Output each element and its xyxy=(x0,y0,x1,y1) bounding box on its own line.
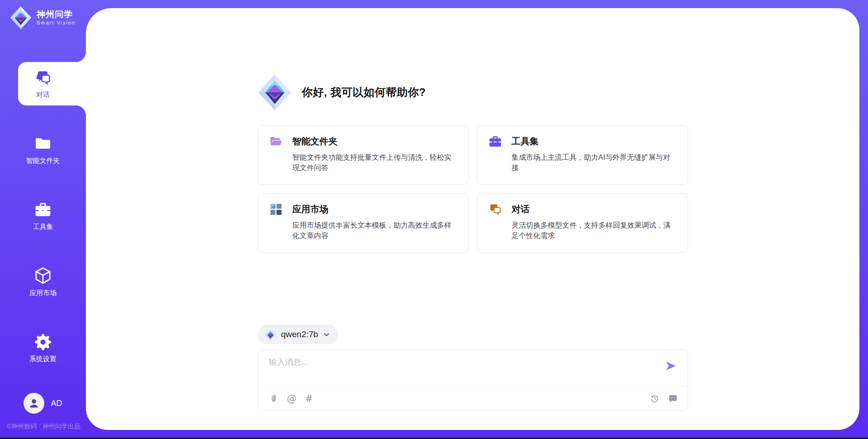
card-description: 应用市场提供丰富长文本模板，助力高效生成多样化文章内容 xyxy=(292,220,458,241)
sidebar-item-label: 系统设置 xyxy=(29,355,57,363)
model-selector[interactable]: qwen2:7b xyxy=(258,324,338,344)
sidebar-item-app-market[interactable]: 应用市场 xyxy=(0,260,86,304)
feedback-button[interactable] xyxy=(668,394,678,403)
brand-title: 神州问学 xyxy=(37,10,75,19)
toolbox-icon xyxy=(488,134,502,148)
chevron-down-icon xyxy=(323,331,330,338)
sidebar-item-smart-folder[interactable]: 智能文件夹 xyxy=(0,128,86,172)
cube-icon xyxy=(34,267,52,285)
copyright-footer: ©神州数码 · 神州问学出品 xyxy=(7,423,80,431)
card-smart-folder[interactable]: 智能文件夹 智能文件夹功能支持批量文件上传与清洗，轻松实现文件问答 xyxy=(258,125,469,185)
sidebar-item-label: 工具集 xyxy=(33,223,53,231)
message-composer: @ # xyxy=(258,349,688,411)
sidebar-item-chat[interactable]: 对话 xyxy=(18,62,86,105)
model-name: qwen2:7b xyxy=(281,329,318,339)
main-panel: 你好, 我可以如何帮助你? 智能文件夹 智能文件夹功能支持批量文件上传与清洗，轻… xyxy=(86,8,859,430)
diamond-logo-icon xyxy=(265,329,276,341)
folder-icon xyxy=(34,134,52,153)
diamond-logo-icon xyxy=(258,74,292,111)
gear-icon xyxy=(34,333,52,351)
card-title: 应用市场 xyxy=(292,203,458,215)
greeting: 你好, 我可以如何帮助你? xyxy=(258,74,426,111)
chat-icon xyxy=(34,68,52,86)
avatar xyxy=(24,393,44,414)
history-button[interactable] xyxy=(650,394,660,403)
card-description: 灵活切换多模型文件，支持多样回复效果调试，满足个性化需求 xyxy=(512,220,677,241)
attach-file-button[interactable] xyxy=(269,394,278,403)
message-input[interactable] xyxy=(269,357,649,383)
sidebar-item-label: 应用市场 xyxy=(29,289,57,297)
send-icon xyxy=(664,360,677,372)
card-description: 集成市场上主流工具，助力AI与外界无缝扩展与对接 xyxy=(512,152,677,173)
sidebar: 神州问学 Smart Vision 对话 智能文件夹 工具集 应用市场 xyxy=(0,0,86,439)
hash-icon: # xyxy=(305,393,313,404)
folder-open-icon xyxy=(269,134,283,148)
user-initials: AD xyxy=(51,399,62,408)
at-icon: @ xyxy=(287,393,297,404)
sidebar-item-toolbox[interactable]: 工具集 xyxy=(0,194,86,238)
toolbox-icon xyxy=(34,200,52,219)
history-icon xyxy=(650,394,660,403)
card-description: 智能文件夹功能支持批量文件上传与清洗，轻松实现文件问答 xyxy=(292,152,458,173)
card-app-market[interactable]: 应用市场 应用市场提供丰富长文本模板，助力高效生成多样化文章内容 xyxy=(258,193,469,253)
person-icon xyxy=(27,396,41,410)
card-title: 工具集 xyxy=(512,135,677,148)
mention-button[interactable]: @ xyxy=(287,393,297,404)
topic-button[interactable]: # xyxy=(305,393,313,404)
sidebar-item-label: 智能文件夹 xyxy=(26,157,60,165)
app-logo: 神州问学 Smart Vision xyxy=(9,6,75,29)
card-title: 对话 xyxy=(512,203,677,215)
grid-cube-icon xyxy=(269,202,283,216)
sidebar-item-settings[interactable]: 系统设置 xyxy=(0,326,86,370)
sidebar-item-label: 对话 xyxy=(36,91,50,99)
card-chat[interactable]: 对话 灵活切换多模型文件，支持多样回复效果调试，满足个性化需求 xyxy=(477,193,688,253)
chat-duo-icon xyxy=(488,202,502,216)
card-toolbox[interactable]: 工具集 集成市场上主流工具，助力AI与外界无缝扩展与对接 xyxy=(477,125,688,185)
paperclip-icon xyxy=(269,394,278,403)
send-button[interactable] xyxy=(664,360,677,372)
card-title: 智能文件夹 xyxy=(292,135,458,148)
diamond-logo-icon xyxy=(9,6,33,29)
comment-icon xyxy=(668,394,678,403)
feature-cards: 智能文件夹 智能文件夹功能支持批量文件上传与清洗，轻松实现文件问答 工具集 集成… xyxy=(258,125,688,253)
user-account[interactable]: AD xyxy=(0,393,86,414)
greeting-title: 你好, 我可以如何帮助你? xyxy=(302,85,426,100)
brand-subtitle: Smart Vision xyxy=(37,20,75,25)
